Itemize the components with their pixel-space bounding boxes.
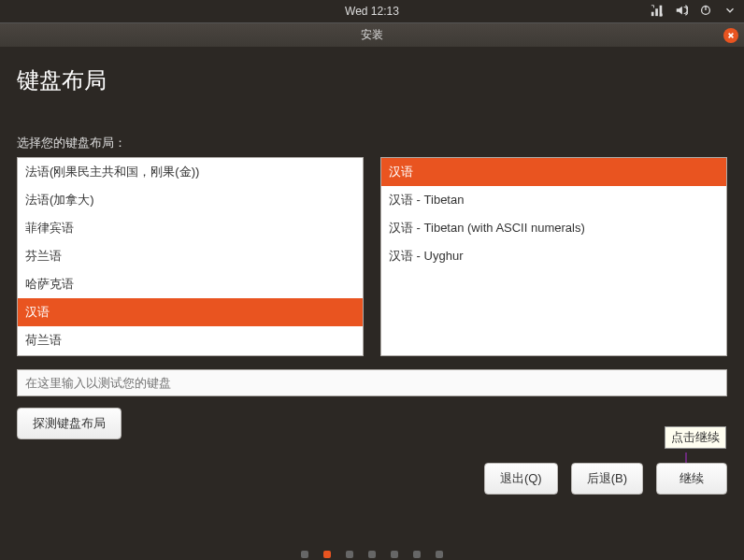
layout-item[interactable]: 荷兰语	[18, 326, 363, 354]
window-title-text: 安装	[361, 27, 383, 43]
power-icon[interactable]	[699, 4, 712, 20]
progress-dot	[368, 551, 376, 558]
layout-item[interactable]: 法语(加拿大)	[18, 186, 363, 214]
layout-item[interactable]: 菲律宾语	[18, 214, 363, 242]
svg-rect-1	[655, 8, 658, 16]
footer-buttons: 退出(Q) 后退(B) 继续	[484, 463, 727, 495]
network-icon[interactable]	[651, 4, 664, 20]
keyboard-test-input[interactable]	[17, 369, 727, 396]
variant-item[interactable]: 汉语	[381, 158, 726, 186]
system-tray[interactable]	[651, 4, 737, 20]
annotation-tooltip: 点击继续	[665, 426, 726, 449]
window-close-button[interactable]	[723, 28, 738, 43]
quit-button[interactable]: 退出(Q)	[484, 463, 558, 495]
volume-icon[interactable]	[675, 4, 688, 20]
variant-item[interactable]: 汉语 - Tibetan	[381, 186, 726, 214]
progress-dot	[301, 551, 308, 558]
layout-item[interactable]: 黑山语	[18, 354, 363, 356]
variant-item[interactable]: 汉语 - Tibetan (with ASCII numerals)	[381, 214, 726, 242]
layout-item[interactable]: 哈萨克语	[18, 270, 363, 298]
layout-listbox[interactable]: 法语(刚果民主共和国，刚果(金))法语(加拿大)菲律宾语芬兰语哈萨克语汉语荷兰语…	[17, 157, 364, 356]
page-title: 键盘布局	[17, 65, 727, 95]
progress-dot	[436, 551, 443, 558]
progress-dots	[0, 551, 744, 558]
progress-dot	[323, 551, 331, 558]
top-panel: Wed 12:13	[0, 0, 744, 22]
progress-dot	[413, 551, 421, 558]
chevron-down-icon[interactable]	[723, 4, 737, 20]
progress-dot	[391, 551, 398, 558]
clock: Wed 12:13	[345, 5, 399, 18]
layout-item[interactable]: 法语(刚果民主共和国，刚果(金))	[18, 158, 363, 186]
back-button[interactable]: 后退(B)	[571, 463, 643, 495]
variant-listbox[interactable]: 汉语汉语 - Tibetan汉语 - Tibetan (with ASCII n…	[380, 157, 727, 356]
layout-item[interactable]: 芬兰语	[18, 242, 363, 270]
window-titlebar: 安装	[0, 22, 744, 47]
installer-content: 键盘布局 选择您的键盘布局： 法语(刚果民主共和国，刚果(金))法语(加拿大)菲…	[0, 47, 744, 510]
layout-item[interactable]: 汉语	[18, 298, 363, 326]
layout-prompt: 选择您的键盘布局：	[17, 135, 727, 151]
detect-layout-button[interactable]: 探测键盘布局	[17, 408, 122, 439]
variant-item[interactable]: 汉语 - Uyghur	[381, 242, 726, 270]
svg-rect-0	[651, 11, 654, 15]
continue-button[interactable]: 继续	[656, 463, 727, 495]
progress-dot	[346, 551, 353, 558]
